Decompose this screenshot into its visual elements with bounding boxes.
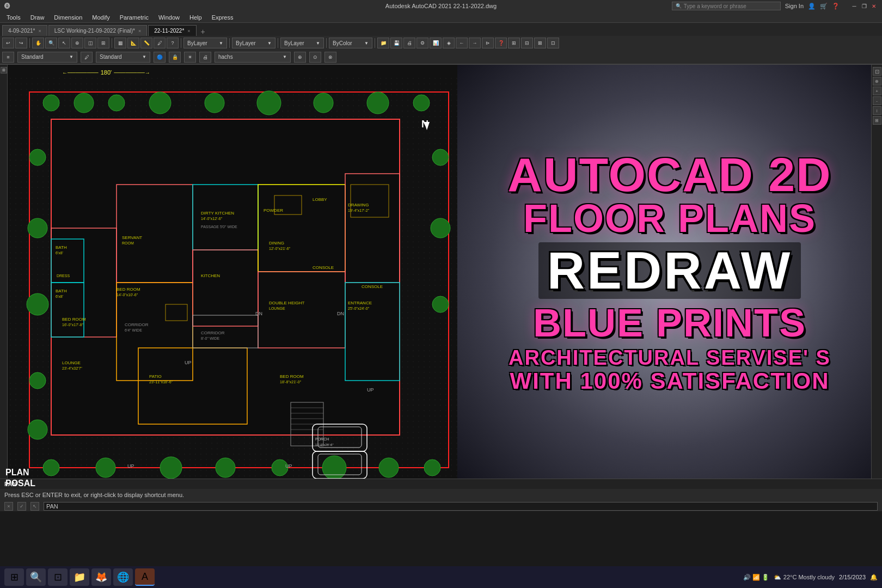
menu-parametric[interactable]: Parametric <box>115 13 153 22</box>
svg-text:BATH: BATH <box>56 245 67 250</box>
tool-btn-11[interactable]: ⚙ <box>416 38 428 48</box>
menu-express[interactable]: Express <box>207 13 238 22</box>
redo-button[interactable]: ↪ <box>15 38 27 48</box>
tab-1[interactable]: LSC Working-21-09-2022 (Final)* × <box>48 25 147 36</box>
pan-button[interactable]: ✋ <box>32 38 44 48</box>
minimize-button[interactable]: ─ <box>850 2 858 10</box>
firefox-button[interactable]: 🦊 <box>91 568 111 586</box>
tool-btn-7[interactable]: 🖊 <box>154 38 166 48</box>
tool-btn-8[interactable]: 📁 <box>377 38 389 48</box>
close-button[interactable]: ✕ <box>870 2 878 10</box>
menu-window[interactable]: Window <box>154 13 184 22</box>
tool-btn-21[interactable]: ⊡ <box>547 38 559 48</box>
svg-text:UP: UP <box>367 387 374 393</box>
autocad-taskbar-button[interactable]: A <box>135 568 155 586</box>
help-btn[interactable]: ? <box>167 38 179 48</box>
command-input[interactable] <box>44 502 878 511</box>
notification-btn[interactable]: 🔔 <box>870 574 878 581</box>
menu-help[interactable]: Help <box>185 13 206 22</box>
layer-extra-btn-1[interactable]: ⊕ <box>294 52 306 63</box>
svg-point-6 <box>108 95 125 111</box>
toolbar-row-1: ↩ ↪ ✋ 🔍 ↖ ⊕ ◫ ⊞ ▦ 📐 📏 🖊 ? ByLayer ▼ ByLa… <box>0 36 882 50</box>
nav-bar-btn-5[interactable]: ⊞ <box>873 116 881 125</box>
tool-btn-20[interactable]: ⊠ <box>534 38 546 48</box>
tool-btn-6[interactable]: 📏 <box>140 38 152 48</box>
bylayer-dropdown-3[interactable]: ByLayer ▼ <box>280 38 324 48</box>
menu-tools[interactable]: Tools <box>2 13 25 22</box>
layerprop-btn-3[interactable]: ☀ <box>184 52 196 63</box>
help-icon[interactable]: ❓ <box>832 3 840 10</box>
search-box[interactable]: 🔍 Type a keyword or phrase <box>672 2 781 10</box>
taskview-button[interactable]: ⊡ <box>48 568 68 586</box>
nav-bar-btn-3[interactable]: - <box>873 96 881 105</box>
nav-bar-btn-4[interactable]: ↕ <box>873 106 881 115</box>
proposal-label: POSAL <box>5 479 35 488</box>
bycolor-dropdown[interactable]: ByColor ▼ <box>329 38 372 48</box>
tool-btn-19[interactable]: ⊟ <box>521 38 533 48</box>
layer-extra-btn-2[interactable]: ⊙ <box>309 52 321 63</box>
canvas-area[interactable]: ←──────── 180' ────────→ <box>8 65 882 479</box>
left-tool-1[interactable]: ⊞ <box>1 67 7 74</box>
svg-text:23'-11"x18'-6": 23'-11"x18'-6" <box>149 380 173 384</box>
cart-icon[interactable]: 🛒 <box>820 3 828 10</box>
style-dropdown[interactable]: Standard ▼ <box>96 52 150 63</box>
dimension-value: 180' <box>101 69 112 76</box>
account-icon[interactable]: 👤 <box>808 3 816 10</box>
tool-btn-17[interactable]: ❓ <box>495 38 507 48</box>
svg-point-9 <box>257 91 281 115</box>
nav-bar-btn-2[interactable]: + <box>873 87 881 95</box>
cmd-check-btn[interactable]: ✓ <box>17 502 26 511</box>
tool-btn-2[interactable]: ◫ <box>84 38 96 48</box>
tool-btn-15[interactable]: → <box>469 38 481 48</box>
sign-in-button[interactable]: Sign In <box>785 3 804 9</box>
chrome-button[interactable]: 🌐 <box>113 568 133 586</box>
svg-text:ENTRANCE: ENTRANCE <box>348 301 372 305</box>
tool-btn-12[interactable]: 📊 <box>430 38 442 48</box>
tab-0-close[interactable]: × <box>38 28 41 34</box>
tool-btn-16[interactable]: ⊳ <box>482 38 494 48</box>
tool-btn-3[interactable]: ⊞ <box>97 38 109 48</box>
tool-btn-14[interactable]: ← <box>456 38 468 48</box>
layer-name-dropdown[interactable]: hachs ▼ <box>215 52 291 63</box>
tab-0[interactable]: 4-09-2021* × <box>2 25 47 36</box>
menu-modify[interactable]: Modify <box>88 13 114 22</box>
cmd-close-btn[interactable]: × <box>4 502 13 511</box>
restore-button[interactable]: ❐ <box>860 2 868 10</box>
bylayer-dropdown-2[interactable]: ByLayer ▼ <box>232 38 275 48</box>
svg-text:17'-0"x28'-6": 17'-0"x28'-6" <box>315 443 334 446</box>
layerprop-btn-1[interactable]: 🔵 <box>154 52 166 63</box>
add-tab-button[interactable]: + <box>198 27 209 36</box>
tool-btn-4[interactable]: ▦ <box>114 38 126 48</box>
tab-2-close[interactable]: × <box>187 28 190 34</box>
search-taskbar-button[interactable]: 🔍 <box>26 568 46 586</box>
tool-btn-1[interactable]: ⊕ <box>71 38 83 48</box>
tool-btn-10[interactable]: 🖨 <box>403 38 415 48</box>
tool-btn-5[interactable]: 📐 <box>127 38 139 48</box>
undo-button[interactable]: ↩ <box>2 38 14 48</box>
tool-btn-9[interactable]: 💾 <box>390 38 402 48</box>
style-manager-btn[interactable]: 🖊 <box>81 52 93 63</box>
menu-dimension[interactable]: Dimension <box>50 13 87 22</box>
start-button[interactable]: ⊞ <box>4 568 24 586</box>
layer-dropdown[interactable]: Standard ▼ <box>17 52 77 63</box>
layerprop-btn-2[interactable]: 🔒 <box>169 52 181 63</box>
layer-extra-btn-3[interactable]: ⊗ <box>324 52 336 63</box>
tabs-bar: 4-09-2021* × LSC Working-21-09-2022 (Fin… <box>0 23 882 36</box>
select-button[interactable]: ↖ <box>58 38 70 48</box>
svg-point-14 <box>96 458 115 477</box>
tab-2[interactable]: 22-11-2022* × <box>148 25 196 36</box>
layer-manager-btn[interactable]: ≡ <box>2 52 14 63</box>
overlay-line-4: BLUE PRINTS <box>533 303 806 342</box>
file-explorer-button[interactable]: 📁 <box>70 568 89 586</box>
layerprop-btn-4[interactable]: 🖨 <box>199 52 211 63</box>
tool-btn-18[interactable]: ⊞ <box>508 38 520 48</box>
tab-1-close[interactable]: × <box>138 28 141 34</box>
zoom-button[interactable]: 🔍 <box>45 38 57 48</box>
proposal-text: POSAL <box>5 479 35 488</box>
cmd-cursor-btn[interactable]: ↖ <box>30 502 39 511</box>
view-cube-btn[interactable]: ⊡ <box>873 67 881 76</box>
menu-draw[interactable]: Draw <box>26 13 49 22</box>
tool-btn-13[interactable]: ◈ <box>443 38 455 48</box>
nav-bar-btn-1[interactable]: ⊕ <box>873 77 881 85</box>
bylayer-dropdown-1[interactable]: ByLayer ▼ <box>183 38 227 48</box>
